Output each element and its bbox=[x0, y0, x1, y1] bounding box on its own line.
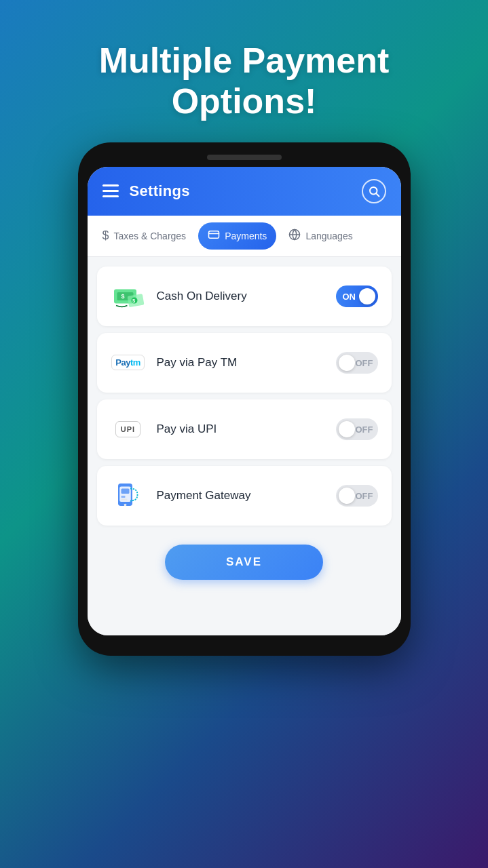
search-button[interactable] bbox=[362, 179, 386, 203]
paytm-label: Pay via Pay TM bbox=[157, 356, 238, 370]
payment-item-cash: $ $ Cash On Delivery ON bbox=[97, 267, 392, 326]
gateway-toggle-wrap: OFF bbox=[336, 485, 378, 507]
header-title: Settings bbox=[130, 182, 190, 200]
svg-text:$: $ bbox=[121, 293, 124, 300]
svg-point-16 bbox=[124, 503, 126, 506]
tabs-bar: $ Taxes & Charges Payments bbox=[88, 216, 401, 257]
hero-title: Multiple Payment Options! bbox=[0, 41, 488, 122]
phone-screen: Settings $ Taxes & Charges bbox=[88, 167, 401, 635]
payment-icon bbox=[208, 229, 220, 243]
cash-toggle-wrap: ON bbox=[336, 285, 378, 307]
cash-toggle-label: ON bbox=[343, 291, 356, 301]
tab-languages[interactable]: Languages bbox=[279, 222, 362, 250]
svg-rect-13 bbox=[121, 488, 129, 494]
tab-taxes[interactable]: $ Taxes & Charges bbox=[93, 222, 196, 249]
tab-taxes-label: Taxes & Charges bbox=[114, 231, 187, 241]
dollar-icon: $ bbox=[102, 229, 109, 243]
tab-payments-label: Payments bbox=[225, 231, 267, 241]
payment-left-cash: $ $ Cash On Delivery bbox=[111, 279, 247, 314]
app-header: Settings bbox=[88, 167, 401, 216]
phone-notch bbox=[207, 155, 282, 160]
paytm-logo: Paytm bbox=[111, 355, 145, 370]
upi-logo: UPI bbox=[115, 421, 140, 437]
tab-languages-label: Languages bbox=[305, 231, 352, 241]
cash-toggle[interactable]: ON bbox=[336, 285, 378, 307]
gateway-toggle-label: OFF bbox=[356, 490, 373, 500]
upi-label: Pay via UPI bbox=[157, 422, 217, 436]
paytm-icon-wrap: Paytm bbox=[111, 345, 146, 380]
svg-rect-14 bbox=[121, 496, 125, 498]
paytm-toggle[interactable]: OFF bbox=[336, 352, 378, 374]
phone-mockup: Settings $ Taxes & Charges bbox=[78, 142, 411, 656]
header-left: Settings bbox=[102, 182, 190, 200]
upi-toggle-wrap: OFF bbox=[336, 418, 378, 440]
svg-line-1 bbox=[376, 193, 379, 196]
save-button-wrap: SAVE bbox=[97, 532, 392, 585]
payment-left-gateway: Payment Gateway bbox=[111, 478, 251, 513]
svg-rect-2 bbox=[209, 231, 219, 238]
gateway-toggle[interactable]: OFF bbox=[336, 485, 378, 507]
cash-icon-wrap: $ $ bbox=[111, 279, 146, 314]
save-button[interactable]: SAVE bbox=[165, 545, 323, 580]
gateway-label: Payment Gateway bbox=[157, 489, 251, 502]
hamburger-icon[interactable] bbox=[102, 184, 119, 197]
upi-icon-wrap: UPI bbox=[111, 412, 146, 447]
gateway-icon-wrap bbox=[111, 478, 146, 513]
tab-payments[interactable]: Payments bbox=[198, 222, 276, 250]
language-icon bbox=[288, 229, 301, 243]
cash-on-delivery-label: Cash On Delivery bbox=[157, 290, 247, 303]
paytm-toggle-wrap: OFF bbox=[336, 352, 378, 374]
paytm-toggle-label: OFF bbox=[356, 357, 373, 368]
bottom-spacer bbox=[88, 595, 401, 635]
payment-left-paytm: Paytm Pay via Pay TM bbox=[111, 345, 238, 380]
payment-left-upi: UPI Pay via UPI bbox=[111, 412, 217, 447]
svg-rect-15 bbox=[121, 498, 127, 500]
upi-toggle-label: OFF bbox=[356, 424, 373, 434]
payment-item-paytm: Paytm Pay via Pay TM OFF bbox=[97, 333, 392, 393]
payments-list: $ $ Cash On Delivery ON bbox=[88, 257, 401, 595]
payment-item-gateway: Payment Gateway OFF bbox=[97, 466, 392, 526]
payment-item-upi: UPI Pay via UPI OFF bbox=[97, 399, 392, 459]
upi-toggle[interactable]: OFF bbox=[336, 418, 378, 440]
